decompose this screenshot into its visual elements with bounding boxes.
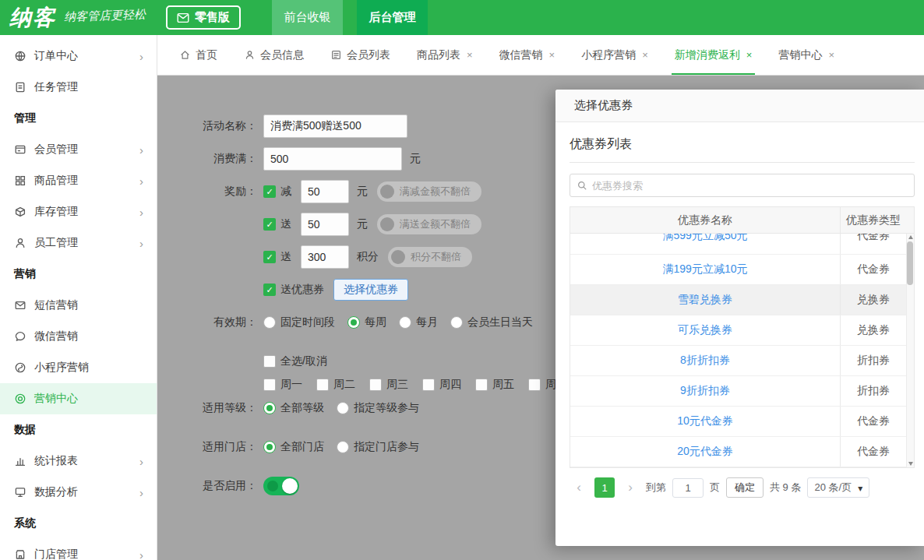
- content-area: 活动名称： 消费满： 元 奖励： 减 元 满减金额不翻倍: [157, 76, 924, 560]
- reward-gift-input[interactable]: [301, 213, 349, 236]
- close-icon[interactable]: [828, 49, 834, 61]
- coupon-row[interactable]: 9折折扣券 折扣券: [570, 376, 914, 407]
- tab-miniprogram-marketing[interactable]: 小程序营销: [581, 35, 648, 75]
- reward-discount-input[interactable]: [301, 180, 349, 203]
- sidebar-item-inventory[interactable]: 库存管理: [0, 196, 157, 227]
- scrollbar-thumb[interactable]: [907, 241, 913, 285]
- prev-page-icon[interactable]: [570, 477, 588, 498]
- no-multiply-points-toggle[interactable]: 积分不翻倍: [388, 247, 472, 267]
- validity-option-weekly[interactable]: 每周: [347, 315, 386, 329]
- scrollbar-track[interactable]: [906, 234, 914, 467]
- coupon-row[interactable]: 20元代金券 代金券: [570, 437, 914, 467]
- coupon-row[interactable]: 满199元立减10元 代金券: [570, 255, 914, 285]
- reward-coupon-checkbox[interactable]: [263, 284, 276, 296]
- coupon-name-link[interactable]: 9折折扣券: [680, 384, 730, 398]
- sidebar-item-tasks[interactable]: 任务管理: [0, 72, 157, 103]
- coupon-table-body: 满599元立减50元 代金券 满199元立减10元 代金券 雪碧兑换券 兑换券: [570, 234, 914, 467]
- chevron-right-icon: [139, 486, 147, 499]
- spend-threshold-input[interactable]: [263, 147, 402, 171]
- no-multiply-discount-toggle[interactable]: 满减金额不翻倍: [377, 181, 481, 202]
- weekday-tuesday[interactable]: 周二: [316, 378, 355, 392]
- store-option-all[interactable]: 全部门店: [263, 440, 324, 454]
- activity-name-input[interactable]: [263, 114, 407, 138]
- modal-title: 选择优惠券: [555, 90, 924, 122]
- coupon-row[interactable]: 满599元立减50元 代金券: [570, 234, 914, 255]
- reward-discount-checkbox[interactable]: [263, 185, 276, 198]
- coupon-search-box[interactable]: [570, 174, 915, 197]
- stock-box-icon: [14, 206, 26, 218]
- coupon-name-link[interactable]: 可乐兑换券: [678, 323, 732, 337]
- reward-points-checkbox[interactable]: [263, 251, 276, 263]
- validity-option-monthly[interactable]: 每月: [399, 315, 438, 329]
- sidebar-item-analytics[interactable]: 数据分析: [0, 477, 157, 508]
- tab-marketing-center[interactable]: 营销中心: [778, 35, 834, 75]
- sidebar-item-miniprogram-marketing[interactable]: 小程序营销: [0, 352, 157, 383]
- close-icon[interactable]: [549, 49, 555, 61]
- tab-member-list[interactable]: 会员列表: [330, 35, 390, 75]
- tab-new-consumption-rebate[interactable]: 新增消费返利: [675, 35, 753, 75]
- sidebar-item-marketing-center[interactable]: 营销中心: [0, 383, 157, 414]
- goto-page-input[interactable]: [672, 478, 704, 498]
- next-page-icon[interactable]: [621, 477, 640, 498]
- level-option-all[interactable]: 全部等级: [263, 401, 324, 415]
- page-size-select[interactable]: 20 条/页: [807, 477, 869, 498]
- app-root: 纳客 纳客管店更轻松 零售版 前台收银 后台管理 订单中心 任务管理 管理: [0, 0, 924, 560]
- select-all-weekdays-checkbox[interactable]: [263, 355, 276, 368]
- coupon-row[interactable]: 可乐兑换券 兑换券: [570, 315, 914, 346]
- sidebar-item-wechat-marketing[interactable]: 微信营销: [0, 321, 157, 352]
- sidebar-section-management: 管理: [0, 103, 157, 134]
- reward-points-input[interactable]: [301, 245, 349, 269]
- coupon-row[interactable]: 雪碧兑换券 兑换券: [570, 285, 914, 315]
- sidebar-item-stores[interactable]: 门店管理: [0, 539, 157, 560]
- tab-home[interactable]: 首页: [179, 35, 217, 75]
- checkbox-icon: [263, 379, 276, 391]
- stores-label: 适用门店：: [157, 440, 257, 454]
- validity-option-birthday[interactable]: 会员生日当天: [450, 315, 533, 329]
- sidebar-item-goods[interactable]: 商品管理: [0, 165, 157, 196]
- enabled-toggle[interactable]: [263, 477, 299, 495]
- reward-gift-checkbox[interactable]: [263, 218, 276, 231]
- current-page-button[interactable]: 1: [594, 477, 615, 498]
- tab-member-info[interactable]: 会员信息: [244, 35, 304, 75]
- coupon-name-link[interactable]: 10元代金券: [677, 414, 733, 428]
- validity-option-fixed[interactable]: 固定时间段: [263, 315, 335, 329]
- sidebar-item-order-center[interactable]: 订单中心: [0, 41, 157, 72]
- radio-icon: [399, 316, 411, 329]
- store-option-specified[interactable]: 指定门店参与: [337, 440, 419, 454]
- coupon-name-link[interactable]: 雪碧兑换券: [678, 293, 732, 307]
- weekday-friday[interactable]: 周五: [475, 378, 514, 392]
- weekday-thursday[interactable]: 周四: [422, 378, 461, 392]
- weekday-monday[interactable]: 周一: [263, 378, 302, 392]
- sidebar-item-members[interactable]: 会员管理: [0, 134, 157, 165]
- close-icon[interactable]: [642, 49, 648, 61]
- sidebar-item-reports[interactable]: 统计报表: [0, 446, 157, 477]
- nav-backend-admin[interactable]: 后台管理: [357, 0, 428, 35]
- scroll-up-icon[interactable]: [908, 235, 913, 239]
- choose-coupon-button[interactable]: 选择优惠券: [333, 279, 408, 301]
- close-icon[interactable]: [467, 49, 473, 61]
- version-badge[interactable]: 零售版: [166, 5, 241, 30]
- coupon-type: 折扣券: [857, 354, 890, 366]
- sidebar-item-label: 商品管理: [34, 174, 78, 188]
- close-icon[interactable]: [746, 49, 753, 61]
- weekday-wednesday[interactable]: 周三: [369, 378, 408, 392]
- nav-front-cashier[interactable]: 前台收银: [272, 0, 343, 35]
- coupon-name-link[interactable]: 满199元立减10元: [663, 262, 748, 276]
- coupon-row[interactable]: 10元代金券 代金券: [570, 407, 914, 437]
- tab-label: 会员列表: [347, 48, 390, 62]
- level-option-specified[interactable]: 指定等级参与: [337, 401, 419, 415]
- coupon-search-input[interactable]: [592, 180, 908, 192]
- coupon-row[interactable]: 8折折扣券 折扣券: [570, 346, 914, 376]
- coupon-name-link[interactable]: 20元代金券: [677, 445, 733, 459]
- coupon-name-link[interactable]: 8折折扣券: [680, 354, 730, 368]
- tab-wechat-marketing[interactable]: 微信营销: [499, 35, 555, 75]
- no-multiply-gift-toggle[interactable]: 满送金额不翻倍: [377, 214, 481, 234]
- coupon-type: 折扣券: [857, 384, 890, 396]
- coupon-name-link[interactable]: 满599元立减50元: [663, 234, 748, 243]
- scroll-down-icon[interactable]: [908, 462, 913, 466]
- sidebar-item-staff[interactable]: 员工管理: [0, 227, 157, 259]
- goto-confirm-button[interactable]: 确定: [726, 477, 764, 498]
- sidebar-item-sms-marketing[interactable]: 短信营销: [0, 290, 157, 321]
- tab-goods-list[interactable]: 商品列表: [417, 35, 473, 75]
- tab-label: 商品列表: [417, 48, 460, 62]
